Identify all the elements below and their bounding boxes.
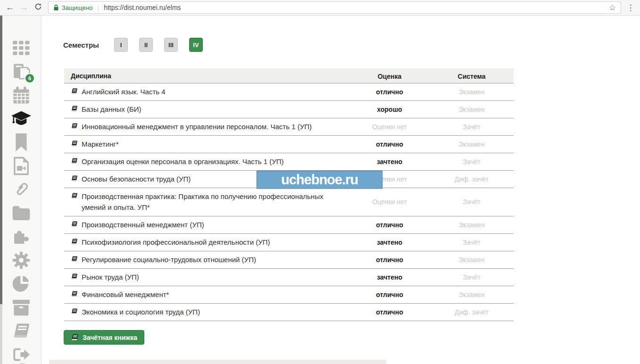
calendar-icon bbox=[12, 86, 31, 105]
discipline-name: Производственная практика: Практика по п… bbox=[82, 191, 339, 213]
grade-value: зачтено bbox=[349, 273, 430, 281]
table-row[interactable]: Рынок труда (УП) зачтено Зачёт bbox=[64, 269, 514, 286]
grades-table: Дисциплина Оценка Система Английский язы… bbox=[64, 69, 514, 321]
book-icon bbox=[71, 157, 78, 165]
media-file-icon bbox=[13, 157, 30, 175]
book-icon bbox=[71, 273, 78, 280]
sidebar-item-news[interactable]: 6 bbox=[11, 62, 31, 82]
semesters-label: Семестры bbox=[63, 41, 99, 49]
table-row[interactable]: Маркетинг* отлично Экзамен bbox=[64, 136, 514, 153]
bookmark-icon bbox=[14, 133, 28, 151]
browser-menu-icon[interactable]: ⋮ bbox=[624, 3, 637, 13]
sidebar-footer: 1 bbox=[3, 352, 31, 364]
book-icon bbox=[71, 88, 78, 95]
gradebook-book-icon bbox=[71, 333, 79, 341]
table-row[interactable]: Финансовый менеджмент* отлично Экзамен bbox=[64, 286, 514, 304]
book-icon bbox=[71, 238, 78, 245]
grade-value: хорошо bbox=[349, 106, 430, 113]
discipline-name: Базы данных (БИ) bbox=[82, 104, 141, 115]
table-row[interactable]: Регулирование социально-трудовых отношен… bbox=[64, 251, 514, 269]
back-button[interactable]: ← bbox=[3, 2, 17, 13]
discipline-name: Маркетинг* bbox=[82, 139, 119, 149]
semester-button-1[interactable]: I bbox=[114, 38, 128, 52]
gradebook-button[interactable]: Зачётная книжка bbox=[64, 330, 144, 345]
lock-icon bbox=[53, 4, 59, 11]
url-text: https://dist.noumei.ru/elms bbox=[104, 4, 181, 11]
grade-value: зачтено bbox=[349, 239, 430, 246]
news-badge: 6 bbox=[25, 73, 35, 83]
book-icon bbox=[71, 221, 78, 228]
puzzle-icon bbox=[12, 227, 31, 246]
book-icon bbox=[71, 175, 78, 182]
discipline-name: Производственный менеджмент (УП) bbox=[82, 219, 204, 230]
system-value: Экзамен bbox=[430, 291, 514, 298]
book-icon bbox=[71, 290, 78, 298]
table-row[interactable]: Английский язык. Часть 4 отлично Экзамен bbox=[64, 83, 514, 101]
sidebar-item-library[interactable] bbox=[11, 321, 31, 341]
grid-icon bbox=[12, 40, 31, 56]
system-value: Зачёт bbox=[430, 158, 514, 165]
sidebar-item-attachments[interactable] bbox=[11, 180, 31, 199]
discipline-name: Психофизиология профессиональной деятель… bbox=[82, 237, 270, 248]
table-row[interactable]: Производственная практика: Практика по п… bbox=[64, 188, 514, 216]
sidebar-item-plugins[interactable] bbox=[11, 227, 31, 247]
sidebar-item-settings[interactable] bbox=[11, 250, 31, 270]
folder-icon bbox=[12, 205, 31, 221]
discipline-name: Основы безопасности труда (УП) bbox=[82, 174, 191, 184]
url-bar[interactable]: Защищено | https://dist.noumei.ru/elms ☆ bbox=[48, 1, 621, 14]
archive-icon bbox=[12, 299, 31, 316]
grade-value: отлично bbox=[349, 291, 430, 298]
sidebar-item-bookmarks[interactable] bbox=[11, 132, 31, 152]
column-discipline: Дисциплина bbox=[64, 71, 349, 82]
discipline-name: Регулирование социально-трудовых отношен… bbox=[82, 254, 256, 265]
system-value: Диф. зачёт bbox=[430, 308, 514, 316]
paperclip-icon bbox=[12, 180, 31, 199]
browser-toolbar: ← → Защищено | https://dist.noumei.ru/el… bbox=[0, 0, 640, 16]
discipline-name: Рынок труда (УП) bbox=[82, 272, 139, 282]
system-value: Экзамен bbox=[430, 256, 514, 264]
book-icon bbox=[71, 256, 78, 263]
sidebar-item-dashboard[interactable] bbox=[11, 38, 31, 58]
book-icon bbox=[12, 322, 31, 340]
gear-icon bbox=[12, 251, 31, 270]
table-row[interactable]: Инновационный менеджмент в управлении пе… bbox=[64, 118, 514, 136]
grade-value: отлично bbox=[349, 141, 430, 148]
sidebar-item-files[interactable] bbox=[11, 203, 31, 223]
security-label: Защищено bbox=[62, 4, 92, 11]
graduation-cap-icon bbox=[11, 110, 31, 128]
cutoff-element bbox=[49, 360, 386, 364]
book-icon bbox=[71, 192, 78, 199]
reload-icon bbox=[34, 3, 42, 10]
pie-chart-icon bbox=[12, 274, 31, 293]
system-value: Зачёт bbox=[430, 123, 514, 131]
system-value: Зачёт bbox=[430, 239, 514, 246]
discipline-name: Экономика и социология труда (УП) bbox=[82, 306, 200, 317]
semester-button-3[interactable]: III bbox=[164, 38, 178, 52]
forward-button[interactable]: → bbox=[17, 2, 31, 13]
url-separator: | bbox=[97, 4, 99, 12]
grade-value: Оценки нет bbox=[349, 123, 430, 131]
system-value: Экзамен bbox=[430, 221, 514, 229]
table-row[interactable]: Экономика и социология труда (УП) отличн… bbox=[64, 304, 514, 321]
sidebar-item-reports[interactable] bbox=[11, 274, 31, 294]
table-row[interactable]: Производственный менеджмент (УП) отлично… bbox=[64, 216, 514, 234]
sidebar-item-studies[interactable] bbox=[11, 109, 31, 129]
sidebar-item-media[interactable] bbox=[11, 156, 31, 176]
reload-button[interactable] bbox=[31, 2, 45, 13]
table-body: Английский язык. Часть 4 отлично Экзамен… bbox=[64, 83, 514, 321]
table-row[interactable]: Базы данных (БИ) хорошо Экзамен bbox=[64, 101, 514, 118]
system-value: Экзамен bbox=[430, 106, 514, 113]
table-row[interactable]: Организация оценки персонала в организац… bbox=[64, 153, 514, 171]
semester-button-4[interactable]: IV bbox=[189, 38, 203, 52]
sidebar-item-archive[interactable] bbox=[11, 298, 31, 317]
grade-value: отлично bbox=[349, 308, 430, 316]
grade-value: Оценки нет bbox=[349, 198, 430, 206]
table-row[interactable]: Психофизиология профессиональной деятель… bbox=[64, 234, 514, 251]
sidebar-scrollbar-track[interactable] bbox=[0, 304, 2, 364]
sidebar-item-calendar[interactable] bbox=[11, 85, 31, 105]
system-value: Диф. зачёт bbox=[430, 175, 514, 183]
semester-button-2[interactable]: II bbox=[139, 38, 153, 52]
bookmark-star-icon[interactable]: ☆ bbox=[609, 3, 616, 13]
sidebar-scrollbar-thumb[interactable] bbox=[0, 16, 2, 304]
grade-value: отлично bbox=[349, 88, 430, 96]
